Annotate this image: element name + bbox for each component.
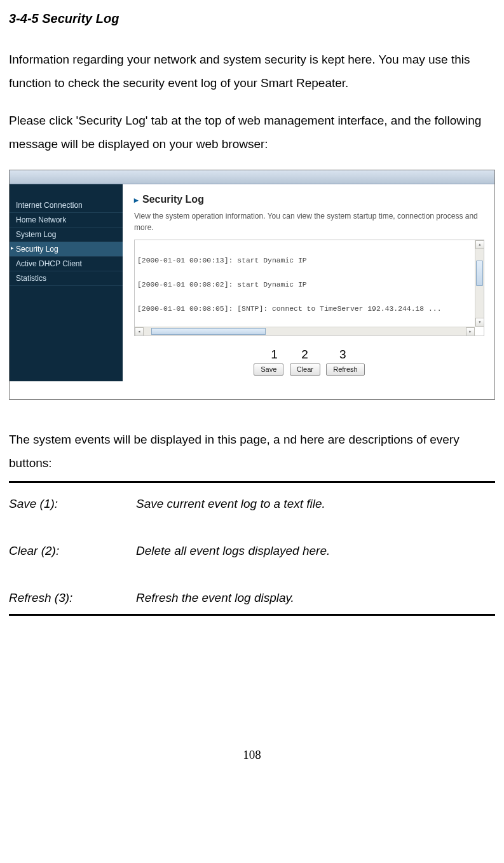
refresh-button[interactable]: Refresh bbox=[326, 364, 365, 376]
definition-row: Refresh (3): Refresh the event log displ… bbox=[9, 586, 495, 609]
definition-label: Clear (2): bbox=[9, 539, 136, 562]
divider-bottom bbox=[9, 614, 495, 616]
definition-description: Delete all event logs displayed here. bbox=[136, 539, 495, 562]
log-line: [2000-01-01 00:08:02]: start Dynamic IP bbox=[137, 280, 473, 290]
sidebar-item-internet-connection[interactable]: Internet Connection bbox=[10, 198, 123, 213]
horizontal-scrollbar[interactable]: ◂ ▸ bbox=[135, 327, 475, 336]
annotation-2: 2 bbox=[301, 348, 308, 360]
sidebar-item-system-log[interactable]: System Log bbox=[10, 228, 123, 242]
button-row: Save Clear Refresh bbox=[134, 362, 484, 376]
log-line: [2000-01-01 00:00:13]: start Dynamic IP bbox=[137, 256, 473, 266]
annotation-numbers: 1 2 3 bbox=[123, 348, 494, 360]
post-paragraph: The system events will be displayed in t… bbox=[9, 428, 495, 475]
sidebar-item-security-log[interactable]: Security Log bbox=[10, 242, 123, 257]
intro-paragraph-2: Please click 'Security Log' tab at the t… bbox=[9, 109, 495, 156]
scroll-up-arrow-icon[interactable]: ▴ bbox=[475, 240, 484, 249]
divider-top bbox=[9, 481, 495, 483]
log-textarea[interactable]: [2000-01-01 00:00:13]: start Dynamic IP … bbox=[134, 240, 484, 336]
sidebar-item-active-dhcp-client[interactable]: Active DHCP Client bbox=[10, 257, 123, 271]
definition-row: Clear (2): Delete all event logs display… bbox=[9, 539, 495, 562]
content-pane: Security Log View the system operation i… bbox=[123, 184, 494, 381]
definition-label: Save (1): bbox=[9, 492, 136, 515]
save-button[interactable]: Save bbox=[254, 364, 283, 376]
section-heading: 3-4-5 Security Log bbox=[9, 6, 495, 31]
page-number: 108 bbox=[9, 743, 495, 766]
clear-button[interactable]: Clear bbox=[290, 364, 320, 376]
definitions-table: Save (1): Save current event log to a te… bbox=[9, 492, 495, 609]
sidebar-item-statistics[interactable]: Statistics bbox=[10, 271, 123, 286]
scroll-thumb[interactable] bbox=[476, 261, 483, 286]
scroll-down-arrow-icon[interactable]: ▾ bbox=[475, 318, 484, 327]
intro-paragraph-1: Information regarding your network and s… bbox=[9, 48, 495, 95]
window-titlebar bbox=[10, 170, 494, 184]
definition-description: Save current event log to a text file. bbox=[136, 492, 495, 515]
screenshot-window: Internet Connection Home Network System … bbox=[9, 170, 495, 400]
definition-description: Refresh the event log display. bbox=[136, 586, 495, 609]
scroll-left-arrow-icon[interactable]: ◂ bbox=[135, 327, 144, 336]
definition-label: Refresh (3): bbox=[9, 586, 136, 609]
panel-description: View the system operation information. Y… bbox=[134, 211, 484, 233]
panel-title: Security Log bbox=[134, 194, 484, 205]
annotation-3: 3 bbox=[339, 348, 346, 360]
annotation-1: 1 bbox=[271, 348, 278, 360]
disclosure-icon bbox=[134, 194, 142, 205]
scroll-thumb-horizontal[interactable] bbox=[151, 328, 266, 335]
definition-row: Save (1): Save current event log to a te… bbox=[9, 492, 495, 515]
sidebar-item-home-network[interactable]: Home Network bbox=[10, 213, 123, 228]
vertical-scrollbar[interactable]: ▴ ▾ bbox=[475, 240, 484, 327]
log-line: [2000-01-01 00:08:05]: [SNTP]: connect t… bbox=[137, 304, 473, 314]
sidebar: Internet Connection Home Network System … bbox=[10, 184, 123, 381]
scroll-right-arrow-icon[interactable]: ▸ bbox=[466, 327, 475, 336]
